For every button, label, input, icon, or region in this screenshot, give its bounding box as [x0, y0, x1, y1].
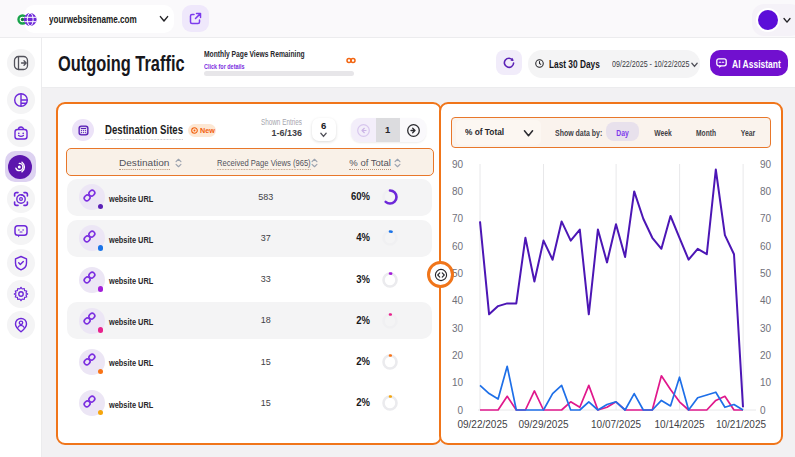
- svg-text:60: 60: [452, 241, 464, 252]
- svg-text:30: 30: [760, 323, 772, 334]
- svg-text:70: 70: [760, 213, 772, 224]
- svg-text:70: 70: [452, 213, 464, 224]
- svg-text:0: 0: [457, 405, 463, 416]
- svg-text:50: 50: [760, 268, 772, 279]
- svg-text:20: 20: [452, 350, 464, 361]
- svg-text:40: 40: [452, 295, 464, 306]
- svg-text:10: 10: [760, 377, 772, 388]
- svg-text:10: 10: [452, 377, 464, 388]
- svg-text:90: 90: [452, 159, 464, 170]
- svg-text:30: 30: [452, 323, 464, 334]
- svg-text:80: 80: [452, 186, 464, 197]
- svg-text:09/22/2025: 09/22/2025: [457, 419, 507, 430]
- svg-text:09/29/2025: 09/29/2025: [518, 419, 568, 430]
- svg-text:10/14/2025: 10/14/2025: [655, 419, 705, 430]
- svg-text:10/07/2025: 10/07/2025: [591, 419, 641, 430]
- svg-text:20: 20: [760, 350, 772, 361]
- svg-text:0: 0: [760, 405, 766, 416]
- svg-text:90: 90: [760, 159, 772, 170]
- svg-text:40: 40: [760, 295, 772, 306]
- svg-text:80: 80: [760, 186, 772, 197]
- svg-text:10/21/2025: 10/21/2025: [716, 419, 766, 430]
- svg-text:60: 60: [760, 241, 772, 252]
